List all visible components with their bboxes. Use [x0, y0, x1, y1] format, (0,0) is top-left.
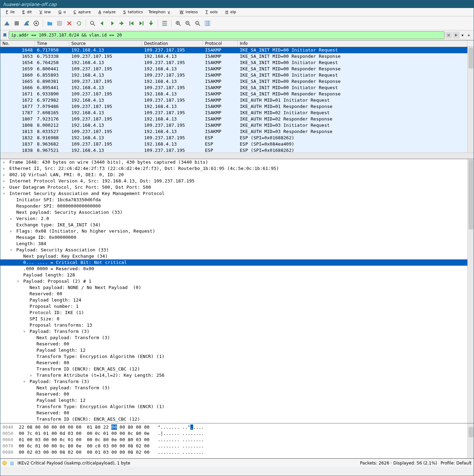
column-header-destination[interactable]: Destination [142, 40, 203, 47]
expert-info-led-icon[interactable] [2, 461, 7, 465]
detail-tree-line[interactable]: ▹ User Datagram Protocol, Src Port: 500,… [0, 184, 474, 190]
detail-tree-line[interactable]: ▹ Version: 2.0 [0, 216, 474, 222]
packet-list-scrollbar-horizontal[interactable] [0, 153, 474, 159]
column-header-time[interactable]: Time [35, 40, 69, 47]
detail-tree-line[interactable]: · Proposal number: 1 [0, 303, 474, 310]
packet-list-body[interactable]: 16486.717058192.168.4.13109.237.187.195I… [0, 47, 467, 153]
colorize-icon[interactable] [160, 19, 169, 28]
auto-scroll-icon[interactable] [147, 19, 156, 28]
detail-tree-line[interactable]: ▿ Payload: Transform (3) [0, 328, 474, 335]
detail-tree-line[interactable]: · Payload length: 12 [0, 347, 474, 353]
detail-tree-line[interactable]: · Reserved: 00 [0, 360, 474, 366]
hex-row[interactable]: 0070 00 0c 01 00 00 0c 80 0e 00 c0 03 00… [2, 443, 472, 449]
stop-capture-icon[interactable] [12, 19, 21, 28]
packet-list-scrollbar-vertical[interactable] [467, 47, 474, 153]
packet-row[interactable]: 16666.895441192.168.4.13109.237.187.195I… [0, 85, 467, 91]
packet-row[interactable]: 17877.608165192.168.4.13109.237.187.195I… [0, 110, 467, 116]
detail-tree-line[interactable]: · Reserved: 00 [0, 391, 474, 397]
capture-file-properties-icon[interactable]: ▨ [10, 461, 14, 466]
hex-row[interactable]: 0050 00 7c 01 01 00 0d 03 00 00 0c 01 00… [2, 430, 472, 437]
detail-tree-line[interactable]: · Payload length: 128 [0, 272, 474, 278]
zoom-in-icon[interactable] [174, 19, 183, 28]
detail-tree-line[interactable]: · Transform ID (ENCR): ENCR_AES_CBC (12) [0, 416, 474, 422]
detail-tree-line[interactable]: · SPI Size: 0 [0, 316, 474, 322]
column-header-source[interactable]: Source [69, 40, 142, 47]
packet-row[interactable]: 16726.972982192.168.4.13109.237.187.195I… [0, 97, 467, 103]
resize-columns-icon[interactable] [203, 19, 212, 28]
detail-tree-line[interactable]: · Reserved: 00 [0, 341, 474, 347]
detail-tree-line[interactable]: ▹ 802.1Q Virtual LAN, PRI: 0, DEI: 0, ID… [0, 172, 474, 178]
hex-row[interactable]: 0060 01 00 03 00 00 0c 01 00 00 0c 80 0e… [2, 437, 472, 443]
packet-row[interactable]: 16656.890381109.237.187.195192.168.4.13I… [0, 78, 467, 85]
start-capture-icon[interactable] [2, 19, 11, 28]
packet-row[interactable]: 16716.933890109.237.187.195192.168.4.13I… [0, 91, 467, 97]
add-filter-expression-icon[interactable]: + [465, 32, 472, 39]
menu-analyze[interactable]: Analyze [94, 9, 118, 15]
menu-edit[interactable]: Edit [18, 9, 34, 15]
detail-tree-line[interactable]: ▹ Internet Protocol Version 4, Src: 192.… [0, 178, 474, 184]
packet-row[interactable]: 18077.923176109.237.187.195192.168.4.13I… [0, 116, 467, 122]
packet-row[interactable]: 16536.753338109.237.187.195192.168.4.13I… [0, 53, 467, 60]
hex-row[interactable]: 0080 00 02 03 00 00 08 02 00 00 01 03 00… [2, 449, 472, 455]
packet-details-scrollbar[interactable] [467, 159, 474, 423]
packet-row[interactable]: 18388.967521192.168.4.13109.237.187.195E… [0, 147, 467, 153]
close-file-icon[interactable] [65, 19, 74, 28]
go-first-icon[interactable] [127, 19, 136, 28]
detail-tree-line[interactable]: · Next payload: Transform (3) [0, 385, 474, 391]
open-file-icon[interactable] [45, 19, 54, 28]
go-forward-icon[interactable] [108, 19, 117, 28]
detail-tree-line[interactable]: · Message ID: 0x00000000 [0, 234, 474, 241]
detail-tree-line[interactable]: ▹ Transform Attribute (t=14,l=2): Key Le… [0, 372, 474, 379]
menu-wireless[interactable]: Wireless [175, 9, 200, 15]
menu-telephony[interactable]: Telephony [147, 9, 174, 15]
zoom-reset-icon[interactable]: 1 [193, 19, 202, 28]
reload-file-icon[interactable] [74, 19, 84, 28]
packet-row[interactable]: 18378.963682109.237.187.195192.168.4.13E… [0, 141, 467, 147]
detail-tree-line[interactable]: · Next payload: Key Exchange (34) [0, 253, 474, 259]
restart-capture-icon[interactable] [22, 19, 31, 28]
detail-tree-line[interactable]: · Transform Type: Encryption Algorithm (… [0, 353, 474, 360]
go-to-packet-icon[interactable] [117, 19, 126, 28]
clear-filter-icon[interactable] [445, 32, 452, 39]
detail-tree-line[interactable]: · Payload length: 124 [0, 297, 474, 303]
packet-row[interactable]: 18328.916988192.168.4.13109.237.187.195E… [0, 135, 467, 141]
packet-bytes-pane[interactable]: 0040 22 08 00 00 00 00 00 00 01 80 22 00… [0, 423, 474, 459]
detail-tree-line[interactable]: ▿ Payload: Security Association (33) [0, 247, 474, 253]
go-back-icon[interactable] [98, 19, 107, 28]
detail-tree-line[interactable]: ▿ Payload: Proposal (2) # 1 [0, 278, 474, 284]
bookmark-filter-icon[interactable] [2, 32, 8, 38]
column-header-protocol[interactable]: Protocol [203, 40, 238, 47]
display-filter-input[interactable] [9, 31, 444, 39]
menu-help[interactable]: Help [221, 9, 238, 15]
packet-row[interactable]: 16596.800441109.237.187.195192.168.4.13I… [0, 66, 467, 72]
zoom-out-icon[interactable] [183, 19, 192, 28]
detail-tree-line[interactable]: ▹ Flags: 0x08 (Initiator, No higher vers… [0, 228, 474, 234]
detail-tree-line[interactable]: · Payload length: 12 [0, 397, 474, 404]
detail-tree-line[interactable]: · Next payload: Transform (3) [0, 335, 474, 341]
apply-filter-icon[interactable] [453, 32, 460, 39]
menu-view[interactable]: View [35, 9, 53, 15]
detail-tree-line[interactable]: · Reserved: 00 [0, 291, 474, 297]
column-header-info[interactable]: Info [238, 40, 467, 47]
packet-row[interactable]: 16777.079486109.237.187.195192.168.4.13I… [0, 103, 467, 110]
detail-tree-line[interactable]: · .000 0000 = Reserved: 0x00 [0, 266, 474, 272]
packet-bytes-scrollbar[interactable] [467, 423, 474, 458]
status-profile[interactable]: Profile: Default [441, 461, 472, 466]
packet-row[interactable]: 16606.855893192.168.4.13109.237.187.195I… [0, 72, 467, 78]
packet-row[interactable]: 18088.000212192.168.4.13109.237.187.195I… [0, 122, 467, 128]
packet-details-tree[interactable]: ▹ Frame 1648: 430 bytes on wire (3440 bi… [0, 159, 474, 423]
detail-tree-line[interactable]: · 0... .... = Critical Bit: Not critical [0, 259, 474, 266]
filter-history-dropdown-icon[interactable]: ▾ [460, 32, 465, 39]
detail-tree-line[interactable]: ▿ Internet Security Association and Key … [0, 190, 474, 197]
detail-tree-line[interactable]: · Responder SPI: 0000000000000000 [0, 203, 474, 209]
column-header-no[interactable]: No. [0, 40, 35, 47]
menu-tools[interactable]: Tools [201, 9, 220, 15]
detail-tree-line[interactable]: · Transform ID (ENCR): ENCR_AES_CBC (12) [0, 366, 474, 372]
capture-options-icon[interactable] [32, 19, 41, 28]
detail-tree-line[interactable]: · Exchange type: IKE_SA_INIT (34) [0, 222, 474, 228]
detail-tree-line[interactable]: · Initiator SPI: 1bc6a783350d6fda [0, 197, 474, 203]
packet-row[interactable]: 16486.717058192.168.4.13109.237.187.195I… [0, 47, 467, 53]
detail-tree-line[interactable]: ▹ Ethernet II, Src: 22:c6:d2:4e:2f:f3 (2… [0, 165, 474, 172]
detail-tree-line[interactable]: · Length: 384 [0, 241, 474, 247]
hex-row[interactable]: 0040 22 08 00 00 00 00 00 00 01 80 22 00… [2, 424, 472, 430]
